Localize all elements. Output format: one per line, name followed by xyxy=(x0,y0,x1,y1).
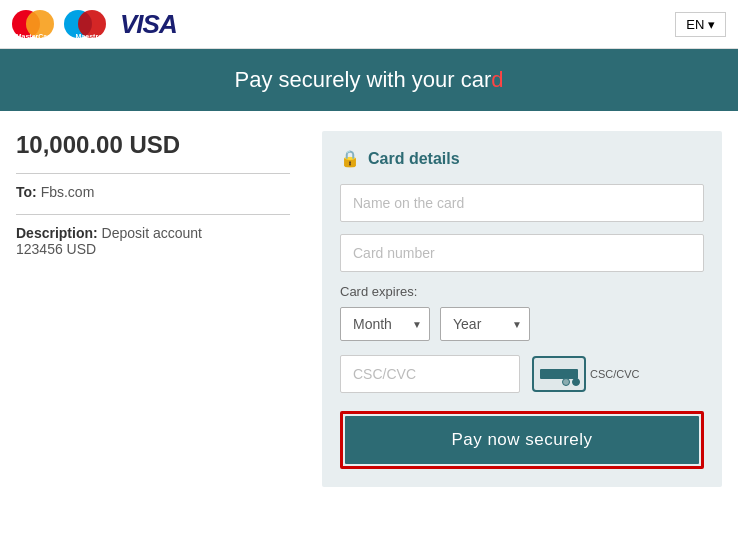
language-button[interactable]: EN ▾ xyxy=(675,12,726,37)
expires-row: Month 010203 040506 070809 101112 ▼ Year… xyxy=(340,307,704,341)
card-details-label: Card details xyxy=(368,150,460,168)
header-banner: Pay securely with your card xyxy=(0,49,738,111)
lock-icon: 🔒 xyxy=(340,149,360,168)
cvc-input[interactable] xyxy=(340,355,520,393)
month-select[interactable]: Month 010203 040506 070809 101112 xyxy=(340,307,430,341)
month-select-wrapper: Month 010203 040506 070809 101112 ▼ xyxy=(340,307,430,341)
left-panel: 10,000.00 USD To: Fbs.com Description: D… xyxy=(16,131,306,487)
banner-red-char: d xyxy=(491,67,503,92)
year-select-wrapper: Year 202420252026 202720282029 2030 ▼ xyxy=(440,307,530,341)
year-select[interactable]: Year 202420252026 202720282029 2030 xyxy=(440,307,530,341)
cvc-card-icon-group: CSC/CVC xyxy=(532,356,640,392)
top-bar: MasterCard Maestro VISA EN ▾ xyxy=(0,0,738,49)
dot-1 xyxy=(562,378,570,386)
desc-extra: 123456 USD xyxy=(16,241,96,257)
desc-value: Deposit account xyxy=(102,225,202,241)
amount-display: 10,000.00 USD xyxy=(16,131,290,159)
to-label-key: To: xyxy=(16,184,37,200)
to-value: Fbs.com xyxy=(41,184,95,200)
desc-label-key: Description: xyxy=(16,225,98,241)
card-details-title: 🔒 Card details xyxy=(340,149,704,168)
right-panel: 🔒 Card details Card expires: Month 01020… xyxy=(322,131,722,487)
card-number-input[interactable] xyxy=(340,234,704,272)
description-label: Description: Deposit account 123456 USD xyxy=(16,225,290,257)
divider-2 xyxy=(16,214,290,215)
cvc-label: CSC/CVC xyxy=(590,368,640,380)
card-logos: MasterCard Maestro VISA xyxy=(12,8,177,40)
name-on-card-input[interactable] xyxy=(340,184,704,222)
visa-logo: VISA xyxy=(120,9,177,40)
expires-label: Card expires: xyxy=(340,284,704,299)
card-graphic xyxy=(532,356,586,392)
pay-now-button[interactable]: Pay now securely xyxy=(345,416,699,464)
divider-1 xyxy=(16,173,290,174)
main-content: 10,000.00 USD To: Fbs.com Description: D… xyxy=(0,111,738,507)
dot-2 xyxy=(572,378,580,386)
cvc-row: CSC/CVC xyxy=(340,355,704,393)
card-graphic-dots xyxy=(562,378,580,386)
to-label: To: Fbs.com xyxy=(16,184,290,200)
mastercard-logo: MasterCard xyxy=(12,8,58,40)
pay-button-wrapper: Pay now securely xyxy=(340,411,704,469)
maestro-logo: Maestro xyxy=(64,8,114,40)
